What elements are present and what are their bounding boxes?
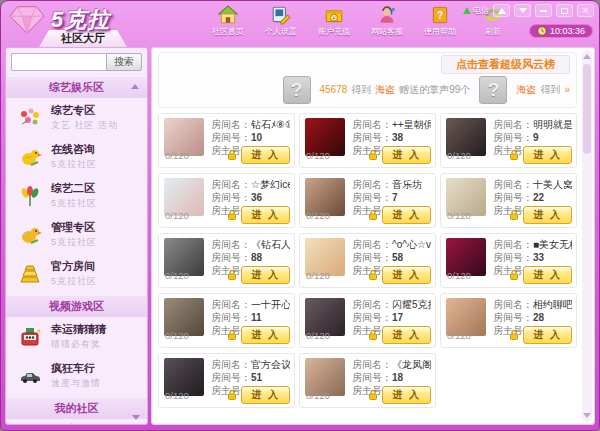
sidebar-item-crazy-cars[interactable]: 疯狂车行 速度与激情 (6, 356, 147, 395)
enter-button[interactable]: 进 入 (241, 146, 290, 164)
room-card: 房间名：++皇朝俱乐部”… 房间号：38 房主号：80038 0/120 进 入 (299, 113, 436, 168)
room-card-footer: 0/120 进 入 (447, 206, 572, 224)
room-card: 房间名：相约聊吧 房间号：28 房主号：80028 0/120 进 入 (440, 293, 577, 348)
maximize-button[interactable] (556, 4, 573, 17)
lock-icon (227, 209, 237, 221)
room-name: 明明就是你 (533, 119, 572, 130)
room-name: 钻石ﾒ⑧⑩ (251, 119, 290, 130)
toolbar-button-profile-settings[interactable]: 个人设置 (257, 5, 305, 37)
room-name: 一十开心◇家族 (251, 299, 290, 310)
sidebar-item-favorite-rooms[interactable]: 收藏的房间 (6, 419, 147, 425)
room-name: ☆梦幻ice★ (251, 179, 290, 190)
capacity-label: 0/120 (306, 330, 330, 341)
capacity-label: 0/120 (165, 330, 189, 341)
section-header-variety[interactable]: 综艺娱乐区 (6, 77, 147, 98)
room-name-label: 房间名： (211, 299, 251, 310)
sidebar-item-variety-zone[interactable]: 综艺专区 文艺 社区 活动 (6, 98, 147, 137)
help-icon: ? (430, 5, 450, 25)
section-header-my-community[interactable]: 我的社区 (6, 398, 147, 419)
enter-button[interactable]: 进 入 (241, 326, 290, 344)
enter-button[interactable]: 进 入 (382, 206, 431, 224)
room-name: 相约聊吧 (533, 299, 572, 310)
capacity-label: 0/120 (447, 330, 471, 341)
sidebar-item-admin-zone[interactable]: 管理专区 5克拉社区 (6, 215, 147, 254)
room-name: ■美女无极限■ (533, 239, 572, 250)
section-header-video-games[interactable]: 视频游戏区 (6, 296, 147, 317)
toolbar-button-recharge[interactable]: ¥ 账户充值 (310, 5, 358, 37)
enter-button[interactable]: 进 入 (523, 146, 572, 164)
enter-button[interactable]: 进 入 (241, 266, 290, 284)
menu-button[interactable] (514, 4, 531, 17)
clock-icon (537, 26, 547, 36)
sidebar-item-online-consult[interactable]: 在线咨询 5克拉社区 (6, 137, 147, 176)
search-input[interactable] (11, 53, 106, 71)
toolbar-label: 刷新 (485, 26, 501, 37)
bird-icon (18, 145, 42, 169)
close-button[interactable]: × (577, 4, 594, 17)
room-name-label: 房间名： (211, 359, 251, 370)
search-button[interactable]: 搜索 (106, 53, 142, 71)
toolbar-label: 个人设置 (265, 26, 297, 37)
minimize-button[interactable] (535, 4, 552, 17)
room-number-label: 房间号： (493, 252, 533, 263)
room-card-footer: 0/120 进 入 (165, 206, 290, 224)
room-card: 房间名：☆梦幻ice★ 房间号：36 房主号：80036 0/120 进 入 (158, 173, 295, 228)
scroll-up-icon[interactable] (583, 54, 591, 59)
enter-button[interactable]: 进 入 (523, 206, 572, 224)
enter-button[interactable]: 进 入 (382, 266, 431, 284)
sidebar-item-subtitle: 速度与激情 (51, 377, 101, 390)
ticker-message: 45678得到海盗赠送的掌声99个 (318, 83, 473, 97)
enter-button[interactable]: 进 入 (382, 386, 431, 404)
lock-icon (368, 389, 378, 401)
boss-key-button[interactable] (493, 4, 510, 17)
capacity-label: 0/120 (306, 270, 330, 281)
room-name-label: 房间名： (352, 179, 392, 190)
scroll-down-icon[interactable] (583, 413, 591, 418)
room-name-label: 房间名： (211, 239, 251, 250)
sidebar-item-variety-zone2[interactable]: 综艺二区 5克拉社区 (6, 176, 147, 215)
chevron-up-icon (131, 84, 139, 89)
signal-icon (463, 7, 471, 14)
maximize-icon (561, 8, 568, 14)
room-number-label: 房间号： (211, 372, 251, 383)
lock-icon (509, 329, 519, 341)
scrollbar-thumb[interactable] (583, 64, 591, 154)
lock-icon (509, 209, 519, 221)
enter-button[interactable]: 进 入 (241, 386, 290, 404)
room-name-label: 房间名： (352, 359, 392, 370)
slot-machine-icon (18, 325, 42, 349)
enter-button[interactable]: 进 入 (523, 326, 572, 344)
room-card: 房间名：■美女无极限■ 房间号：33 房主号：80033 0/120 进 入 (440, 233, 577, 288)
toolbar-button-home[interactable]: 社区首页 (204, 5, 252, 37)
capacity-label: 0/120 (447, 150, 471, 161)
sidebar-scroll-down-icon[interactable] (132, 415, 140, 420)
toolbar-button-help[interactable]: ? 使用帮助 (416, 5, 464, 37)
room-number-label: 房间号： (211, 192, 251, 203)
star-icon (14, 423, 28, 426)
sidebar-item-lucky-guess[interactable]: 幸运猜猜猜 猜猜必有奖 (6, 317, 147, 356)
sidebar-item-label: 在线咨询 (51, 142, 97, 157)
capacity-label: 0/120 (306, 210, 330, 221)
room-number-label: 房间号： (211, 252, 251, 263)
super-rank-link[interactable]: 点击查看超级风云榜 (441, 55, 570, 74)
room-name: 十美人窝十 (533, 179, 572, 190)
network-label: 电信 (473, 5, 489, 16)
main-scrollbar[interactable] (582, 50, 592, 422)
sidebar-item-label: 管理专区 (51, 220, 97, 235)
toolbar-button-customer-service[interactable]: 网站客服 (363, 5, 411, 37)
sidebar-item-official-rooms[interactable]: 官方房间 5克拉社区 (6, 254, 147, 293)
enter-button[interactable]: 进 入 (382, 326, 431, 344)
enter-button[interactable]: 进 入 (382, 146, 431, 164)
chevron-down-icon (519, 8, 527, 13)
room-card-footer: 0/120 进 入 (165, 386, 290, 404)
room-name: 官方会议室 (251, 359, 290, 370)
enter-button[interactable]: 进 入 (241, 206, 290, 224)
gold-bars-icon (18, 262, 42, 286)
lock-icon (368, 149, 378, 161)
toolbar-label: 社区首页 (212, 26, 244, 37)
room-card: 房间名：音乐坊 房间号：7 房主号：80007 0/120 进 入 (299, 173, 436, 228)
room-number: 51 (251, 372, 262, 383)
enter-button[interactable]: 进 入 (523, 266, 572, 284)
sidebar-item-label: 幸运猜猜猜 (51, 322, 106, 337)
room-name: 《龙凤阁》 (392, 359, 431, 370)
